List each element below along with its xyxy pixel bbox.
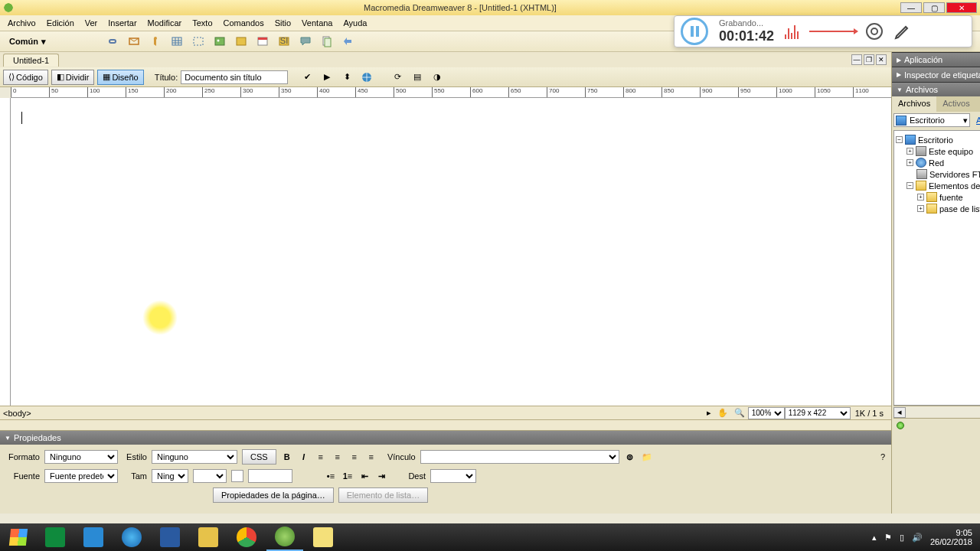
manage-sites-link[interactable]: Administrar sitio	[976, 116, 980, 125]
email-link-icon[interactable]	[126, 33, 142, 50]
file-tree[interactable]: − Escritorio + Este equipo + Red Servido…	[893, 130, 980, 406]
color-swatch[interactable]	[231, 470, 243, 482]
zoom-select[interactable]: 100%	[748, 407, 785, 419]
outdent-button[interactable]: ⇤	[358, 470, 371, 482]
indent-button[interactable]: ⇥	[375, 470, 387, 482]
format-select[interactable]: Ninguno	[44, 450, 118, 464]
help-icon[interactable]: ?	[880, 452, 885, 461]
annotation-pencil-button[interactable]	[893, 22, 912, 41]
design-canvas[interactable]	[11, 98, 891, 406]
split-view-button[interactable]: ◧Dividir	[51, 70, 95, 85]
taskbar-app-ie[interactable]	[113, 523, 150, 551]
window-size-select[interactable]: 1129 x 422	[785, 407, 851, 419]
panel-inspector-header[interactable]: Inspector de etiquetas☰	[892, 67, 980, 82]
doc-title-input[interactable]	[181, 70, 288, 84]
site-selector[interactable]: Escritorio ▾	[893, 113, 970, 127]
preview-browser-icon[interactable]	[358, 69, 375, 86]
menu-ayuda[interactable]: Ayuda	[338, 17, 371, 29]
menu-ver[interactable]: Ver	[80, 17, 103, 29]
bold-button[interactable]: B	[281, 451, 293, 463]
taskbar-app-dreamweaver[interactable]	[266, 523, 303, 551]
div-tag-icon[interactable]	[190, 33, 207, 50]
tray-network-icon[interactable]: ▯	[900, 533, 904, 543]
validate-icon[interactable]: ▶	[318, 69, 335, 86]
point-to-file-icon[interactable]: ⊚	[624, 451, 636, 463]
properties-header[interactable]: Propiedades	[0, 431, 891, 445]
taskbar-app-word[interactable]	[152, 523, 188, 551]
panel-archivos-header[interactable]: Archivos	[892, 82, 980, 96]
tab-fragmentos[interactable]: Fragmentos	[976, 96, 980, 112]
minimize-button[interactable]: —	[900, 2, 922, 13]
doc-close-button[interactable]: ✕	[876, 54, 887, 65]
tree-expander[interactable]: +	[917, 205, 924, 212]
tag-selector[interactable]: <body>	[3, 409, 704, 418]
comment-icon[interactable]	[297, 33, 314, 50]
hand-tool-icon[interactable]: ✋	[714, 408, 731, 418]
browse-folder-icon[interactable]: 📁	[641, 451, 653, 463]
view-options-icon[interactable]: ▤	[409, 69, 426, 86]
panel-scrollbar[interactable]: ◂ ▸	[893, 406, 980, 418]
no-browser-check-icon[interactable]: ✔	[299, 69, 315, 86]
media-icon[interactable]	[233, 33, 250, 50]
webcam-toggle-button[interactable]	[866, 23, 883, 40]
tray-show-hidden-icon[interactable]: ▴	[872, 533, 877, 543]
tray-volume-icon[interactable]: 🔊	[912, 533, 923, 543]
tag-chooser-icon[interactable]	[340, 33, 357, 50]
zoom-tool-icon[interactable]: 🔍	[731, 408, 748, 418]
tree-expander[interactable]: +	[917, 194, 924, 201]
css-button[interactable]: CSS	[242, 449, 276, 465]
menu-sitio[interactable]: Sitio	[270, 17, 296, 29]
tab-archivos[interactable]: Archivos	[892, 96, 936, 112]
align-center-button[interactable]: ≡	[332, 451, 344, 463]
tree-expander[interactable]: +	[906, 148, 913, 155]
tree-expander[interactable]: −	[906, 182, 913, 189]
maximize-button[interactable]: ▢	[923, 2, 945, 13]
tree-expander[interactable]: +	[906, 159, 913, 166]
font-select[interactable]: Fuente predeterm	[44, 469, 118, 483]
file-mgmt-icon[interactable]: ⬍	[338, 69, 355, 86]
document-tab[interactable]: Untitled-1	[3, 54, 59, 67]
menu-comandos[interactable]: Comandos	[219, 17, 269, 29]
italic-button[interactable]: I	[298, 451, 310, 463]
taskbar-app-store[interactable]	[37, 523, 74, 551]
doc-minimize-button[interactable]: —	[851, 54, 862, 65]
style-select[interactable]: Ninguno	[152, 450, 237, 464]
target-select[interactable]	[430, 469, 476, 483]
table-icon[interactable]	[168, 33, 185, 50]
code-view-button[interactable]: ⟨⟩Código	[3, 70, 48, 85]
menu-modificar[interactable]: Modificar	[143, 17, 187, 29]
tray-flag-icon[interactable]: ⚑	[884, 533, 892, 543]
color-input[interactable]	[248, 469, 292, 483]
close-button[interactable]: ✕	[946, 2, 977, 13]
taskbar-app-notes[interactable]	[305, 523, 341, 551]
menu-insertar[interactable]: Insertar	[103, 17, 141, 29]
insert-category-selector[interactable]: Común ▾	[6, 35, 49, 48]
menu-texto[interactable]: Texto	[188, 17, 217, 29]
tab-activos[interactable]: Activos	[936, 96, 975, 112]
menu-ventana[interactable]: Ventana	[297, 17, 337, 29]
link-select[interactable]	[420, 450, 619, 464]
align-justify-button[interactable]: ≡	[365, 451, 377, 463]
unordered-list-button[interactable]: •≡	[325, 470, 337, 482]
scroll-left-icon[interactable]: ◂	[893, 407, 906, 418]
ordered-list-button[interactable]: 1≡	[341, 470, 354, 482]
align-left-button[interactable]: ≡	[315, 451, 327, 463]
named-anchor-icon[interactable]	[147, 33, 164, 50]
select-tool-icon[interactable]: ▸	[704, 408, 714, 418]
hyperlink-icon[interactable]	[104, 33, 121, 50]
tree-expander[interactable]: −	[896, 136, 903, 143]
design-view-button[interactable]: ▦Diseño	[97, 70, 143, 85]
tray-clock[interactable]: 9:05 26/02/2018	[930, 528, 972, 546]
doc-restore-button[interactable]: ❐	[864, 54, 874, 65]
start-button[interactable]	[2, 523, 35, 551]
templates-icon[interactable]	[318, 33, 335, 50]
panel-aplicacion-header[interactable]: Aplicación	[892, 52, 980, 67]
server-include-icon[interactable]: SI	[276, 33, 292, 50]
menu-archivo[interactable]: Archivo	[3, 17, 41, 29]
menu-edicion[interactable]: Edición	[42, 17, 79, 29]
visual-aids-icon[interactable]: ◑	[429, 69, 446, 86]
pause-recording-button[interactable]	[681, 18, 708, 45]
date-icon[interactable]	[254, 33, 271, 50]
taskbar-app-mail[interactable]	[75, 523, 112, 551]
page-properties-button[interactable]: Propiedades de la página…	[213, 487, 334, 503]
